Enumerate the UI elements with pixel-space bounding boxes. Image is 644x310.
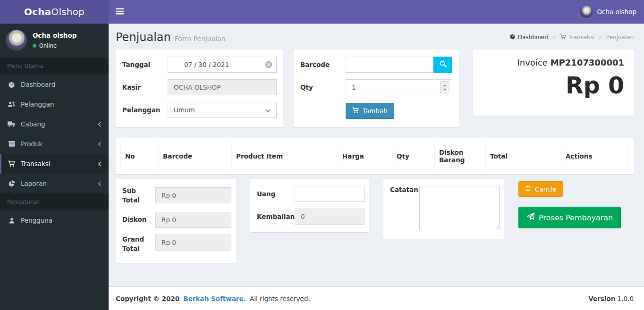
chevron-down-icon bbox=[443, 88, 447, 91]
version-label: Version bbox=[588, 295, 615, 302]
col-barcode: Barcode bbox=[159, 143, 232, 169]
sidebar-item-pelanggan[interactable]: Pelanggan bbox=[0, 94, 109, 114]
company-link[interactable]: Berkah Software. bbox=[183, 295, 246, 302]
navbar: Ocha olshop bbox=[109, 0, 644, 24]
copyright-suffix: All rights reserved. bbox=[250, 295, 310, 302]
users-icon bbox=[7, 101, 16, 108]
send-icon bbox=[526, 212, 535, 223]
invoice-card: Invoice MP2107300001 Rp 0 bbox=[473, 50, 634, 116]
search-icon bbox=[440, 60, 447, 69]
sidebar-toggle-button[interactable] bbox=[109, 0, 130, 24]
diskon-input bbox=[155, 212, 231, 228]
chevron-left-icon bbox=[98, 161, 102, 167]
sidebar-item-pengguna[interactable]: Pengguna bbox=[0, 210, 109, 230]
page-heading: PenjualanForm Penjualan bbox=[116, 31, 226, 44]
grand-total-input bbox=[155, 235, 231, 251]
version-value: 1.0.0 bbox=[618, 295, 634, 302]
pie-chart-icon bbox=[7, 180, 16, 187]
tambah-button-label: Tambah bbox=[363, 107, 388, 115]
sidebar-item-dashboard[interactable]: Dashboard bbox=[0, 75, 109, 94]
sidebar-section-pengaturan: Pengaturan bbox=[0, 193, 109, 210]
chevron-up-icon bbox=[443, 84, 447, 87]
breadcrumb-dashboard[interactable]: Dashboard bbox=[509, 34, 549, 41]
archive-icon bbox=[7, 141, 16, 147]
copyright-prefix: Copyright © 2020 bbox=[116, 295, 179, 302]
user-icon bbox=[7, 218, 16, 224]
catatan-textarea[interactable] bbox=[419, 186, 500, 230]
pelanggan-label: Pelanggan bbox=[122, 106, 168, 114]
action-buttons: Cancle Proses Pembayaran bbox=[518, 179, 621, 228]
page-title: Penjualan bbox=[116, 31, 171, 44]
sidebar-item-transaksi[interactable]: Transaksi bbox=[0, 154, 109, 174]
kasir-input bbox=[168, 79, 277, 95]
cancel-button-label: Cancle bbox=[535, 185, 557, 193]
payment-card: Uang Kembalian bbox=[250, 179, 369, 232]
logo-text-light: Olshop bbox=[51, 6, 85, 17]
app-logo[interactable]: OchaOlshop bbox=[0, 0, 109, 24]
uang-label: Uang bbox=[257, 190, 295, 198]
cart-icon bbox=[7, 160, 16, 167]
content: PenjualanForm Penjualan Dashboard > Tran… bbox=[109, 24, 644, 286]
clear-date-icon[interactable] bbox=[265, 61, 272, 70]
diskon-label: Diskon bbox=[122, 215, 155, 224]
sidebar-item-label: Pelanggan bbox=[21, 101, 54, 108]
breadcrumb-penjualan: Penjualan bbox=[606, 34, 634, 41]
pelanggan-select[interactable]: Umum bbox=[168, 102, 277, 118]
kasir-label: Kasir bbox=[122, 84, 168, 91]
footer: Copyright © 2020 Berkah Software. All ri… bbox=[109, 286, 644, 310]
uang-input[interactable] bbox=[295, 186, 364, 202]
qty-input[interactable] bbox=[346, 79, 452, 95]
navbar-user-name: Ocha olshop bbox=[597, 8, 636, 16]
online-status-icon bbox=[33, 44, 36, 48]
grand-total-label: Grand Total bbox=[122, 235, 155, 254]
footer-version: Version 1.0.0 bbox=[588, 295, 634, 302]
sidebar-item-laporan[interactable]: Laporan bbox=[0, 174, 109, 193]
sidebar-item-label: Laporan bbox=[21, 180, 47, 187]
pelanggan-selected-value: Umum bbox=[174, 106, 195, 114]
sidebar-item-label: Dashboard bbox=[21, 81, 55, 88]
col-actions: Actions bbox=[561, 143, 629, 169]
cart-icon bbox=[352, 107, 359, 115]
sidebar-user-panel: Ocha olshop Online bbox=[0, 24, 109, 58]
col-total: Total bbox=[486, 143, 561, 169]
sidebar-user-name: Ocha olshop bbox=[33, 32, 76, 39]
sidebar-avatar bbox=[6, 30, 27, 51]
refresh-icon bbox=[525, 185, 531, 193]
chevron-left-icon bbox=[98, 122, 102, 127]
sidebar-user-status[interactable]: Online bbox=[33, 42, 76, 49]
main-area: PenjualanForm Penjualan Dashboard > Tran… bbox=[109, 24, 644, 310]
kembalian-input bbox=[295, 209, 364, 225]
barcode-entry-card: Barcode Qty bbox=[294, 50, 459, 127]
invoice-label: Invoice bbox=[517, 58, 548, 67]
hamburger-icon bbox=[116, 8, 124, 16]
sidebar-item-produk[interactable]: Produk bbox=[0, 134, 109, 154]
breadcrumb-transaksi[interactable]: Transaksi bbox=[560, 34, 595, 41]
sidebar-section-menu-utama: Menu Utama bbox=[0, 58, 109, 75]
breadcrumb-separator: > bbox=[552, 34, 557, 41]
col-no: No bbox=[121, 143, 159, 169]
top-navbar: OchaOlshop Ocha olshop bbox=[0, 0, 644, 24]
sidebar-item-label: Pengguna bbox=[21, 217, 52, 224]
sidebar-item-label: Transaksi bbox=[21, 160, 51, 168]
sub-total-input bbox=[155, 187, 231, 203]
gauge-icon bbox=[7, 81, 16, 88]
qty-stepper[interactable] bbox=[440, 81, 449, 93]
tambah-button[interactable]: Tambah bbox=[346, 103, 394, 119]
chevron-left-icon bbox=[98, 181, 102, 186]
navbar-user-menu[interactable]: Ocha olshop bbox=[580, 6, 644, 18]
tanggal-input[interactable] bbox=[168, 57, 277, 73]
sidebar: Ocha olshop Online Menu Utama Dashboard … bbox=[0, 24, 109, 310]
page-subtitle: Form Penjualan bbox=[175, 35, 226, 42]
barcode-input[interactable] bbox=[346, 57, 433, 73]
chevron-down-icon bbox=[265, 106, 271, 114]
catatan-label: Catatan bbox=[390, 186, 419, 232]
footer-copyright: Copyright © 2020 Berkah Software. All ri… bbox=[116, 295, 312, 302]
barcode-search-button[interactable] bbox=[433, 57, 452, 73]
sidebar-item-label: Produk bbox=[21, 140, 42, 148]
breadcrumb: Dashboard > Transaksi > Penjualan bbox=[509, 34, 634, 41]
navbar-avatar bbox=[580, 6, 593, 18]
process-payment-button[interactable]: Proses Pembayaran bbox=[518, 207, 621, 228]
invoice-number: MP2107300001 bbox=[551, 58, 624, 67]
sidebar-item-cabang[interactable]: Cabang bbox=[0, 114, 109, 134]
cancel-button[interactable]: Cancle bbox=[518, 181, 563, 197]
